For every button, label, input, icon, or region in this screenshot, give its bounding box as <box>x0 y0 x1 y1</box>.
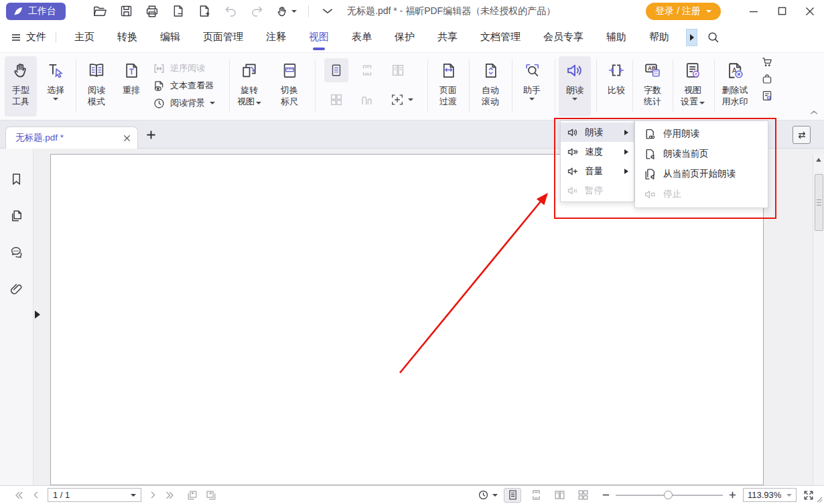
scroll-up-arrow[interactable] <box>813 154 824 165</box>
menu-convert[interactable]: 转换 <box>117 23 137 52</box>
remove-trial-watermark-button[interactable]: A 删除试用水印 <box>715 56 754 116</box>
scrollbar-thumb[interactable] <box>815 174 823 231</box>
hand-cursor-dropdown[interactable] <box>273 3 299 20</box>
assistant-button[interactable]: 助手 <box>516 56 548 116</box>
maximize-button[interactable] <box>768 1 796 21</box>
search-icon[interactable] <box>706 30 720 44</box>
single-page-layout-button[interactable] <box>324 58 348 82</box>
continuous-facing-layout-button[interactable] <box>355 88 379 112</box>
reflow-button[interactable]: 重排 <box>115 56 147 116</box>
read-background-button[interactable]: 阅读背景 <box>153 94 228 112</box>
print-icon[interactable] <box>142 3 162 20</box>
login-register-button[interactable]: 登录 / 注册 <box>646 3 721 20</box>
menu-item-speed[interactable]: 速度 <box>561 142 634 161</box>
text-viewer-button[interactable]: 文本查看器 <box>153 77 228 94</box>
zoom-in-button[interactable] <box>728 491 737 499</box>
close-button[interactable] <box>796 1 824 21</box>
menu-item-deactivate-read[interactable]: 停用朗读 <box>635 124 768 144</box>
previous-view-button[interactable] <box>186 489 198 501</box>
zoom-out-button[interactable] <box>602 491 610 499</box>
menu-file[interactable]: 文件 <box>0 31 56 44</box>
read-aloud-button[interactable]: 朗读 <box>559 56 591 116</box>
collapse-ribbon-icon[interactable] <box>809 108 819 117</box>
single-page-view-button[interactable] <box>504 488 521 503</box>
reverse-read-button[interactable]: 逆序阅读 <box>153 60 228 77</box>
read-mode-clock-button[interactable] <box>478 489 498 501</box>
last-page-button[interactable] <box>165 490 176 501</box>
insert-page-icon[interactable] <box>194 3 214 20</box>
continuous-layout-button[interactable] <box>355 58 379 82</box>
split-view-button[interactable] <box>386 88 417 112</box>
first-page-button[interactable] <box>13 490 24 501</box>
close-tab-icon[interactable] <box>123 135 131 142</box>
continuous-view-button[interactable] <box>527 488 545 503</box>
comments-icon[interactable] <box>9 245 24 260</box>
cart-icon[interactable] <box>761 56 774 68</box>
swap-panels-button[interactable] <box>793 126 811 144</box>
menu-overflow-button[interactable] <box>686 29 697 46</box>
collapse-toolbar-icon[interactable] <box>318 3 338 20</box>
quad-layout-button[interactable] <box>324 88 348 112</box>
expand-sidebar-arrow[interactable] <box>35 311 40 319</box>
zoom-slider-thumb[interactable] <box>664 491 673 499</box>
menu-item-volume[interactable]: 音量 <box>561 161 634 181</box>
delete-page-icon[interactable] <box>168 3 188 20</box>
auto-scroll-button[interactable]: 自动滚动 <box>474 56 506 116</box>
undo-icon[interactable] <box>220 3 241 20</box>
pages-icon[interactable] <box>9 208 24 224</box>
quick-access-toolbar <box>90 3 338 20</box>
vertical-scrollbar[interactable] <box>813 154 824 485</box>
word-count-button[interactable]: AB 字数统计 <box>636 56 669 116</box>
doc-settings-icon[interactable] <box>761 90 773 102</box>
zoom-level-input[interactable]: 113.93% <box>743 488 797 502</box>
menu-edit[interactable]: 编辑 <box>160 23 180 52</box>
document-tab[interactable]: 无标题.pdf * <box>5 127 138 149</box>
previous-page-button[interactable] <box>31 490 41 500</box>
menu-help[interactable]: 帮助 <box>649 23 669 52</box>
menu-item-pause[interactable]: 暂停 <box>561 181 634 200</box>
bag-icon[interactable] <box>761 73 773 85</box>
workspace-button[interactable]: 工作台 <box>6 3 66 20</box>
facing-layout-button[interactable] <box>386 58 410 82</box>
save-icon[interactable] <box>116 3 136 20</box>
navigation-sidebar <box>0 149 33 485</box>
menu-comment[interactable]: 注释 <box>266 23 286 52</box>
open-file-icon[interactable] <box>90 3 110 20</box>
menu-home[interactable]: 主页 <box>74 23 94 52</box>
rotate-view-button[interactable]: 旋转视图 <box>233 56 265 116</box>
next-page-button[interactable] <box>148 490 158 500</box>
compare-button[interactable]: 比较 <box>600 56 632 116</box>
toggle-ruler-button[interactable]: 切换标尺 <box>273 56 305 116</box>
menu-doc-management[interactable]: 文档管理 <box>480 23 521 52</box>
menu-form[interactable]: 表单 <box>352 23 372 52</box>
facing-continuous-view-button[interactable] <box>574 488 592 503</box>
page-transition-button[interactable]: 页面过渡 <box>432 56 464 116</box>
fullscreen-button[interactable] <box>803 489 815 501</box>
menu-item-read-from-current-page[interactable]: 从当前页开始朗读 <box>635 164 768 184</box>
menu-member[interactable]: 会员专享 <box>543 23 583 52</box>
menu-accessibility[interactable]: 辅助 <box>606 23 626 52</box>
chevron-down-icon <box>786 494 792 497</box>
menu-page-management[interactable]: 页面管理 <box>203 23 243 52</box>
next-view-button[interactable] <box>205 489 217 501</box>
view-settings-button[interactable]: 视图设置 <box>677 56 709 116</box>
select-tool-button[interactable]: 选择 <box>40 56 72 116</box>
paperclip-icon[interactable] <box>9 282 24 297</box>
bookmark-icon[interactable] <box>9 171 24 187</box>
speaker-volume-icon <box>566 165 579 177</box>
zoom-slider-track[interactable] <box>616 495 723 496</box>
page-number-dropdown[interactable]: 1 / 1 <box>48 488 141 502</box>
minimize-button[interactable] <box>740 1 768 21</box>
facing-view-button[interactable] <box>551 488 568 503</box>
menu-view[interactable]: 视图 <box>309 23 329 52</box>
menu-item-stop[interactable]: 停止 <box>635 184 768 204</box>
menu-item-read-aloud[interactable]: 朗读 <box>561 122 634 142</box>
hand-tool-button[interactable]: 手型工具 <box>5 56 37 116</box>
new-tab-button[interactable] <box>146 130 156 140</box>
menu-share[interactable]: 共享 <box>437 23 458 52</box>
window-resize-grip[interactable] <box>815 495 823 503</box>
menu-protect[interactable]: 保护 <box>395 23 415 52</box>
redo-icon[interactable] <box>247 3 267 20</box>
menu-item-read-current-page[interactable]: 朗读当前页 <box>635 144 768 164</box>
read-mode-button[interactable]: 阅读模式 <box>80 56 113 116</box>
